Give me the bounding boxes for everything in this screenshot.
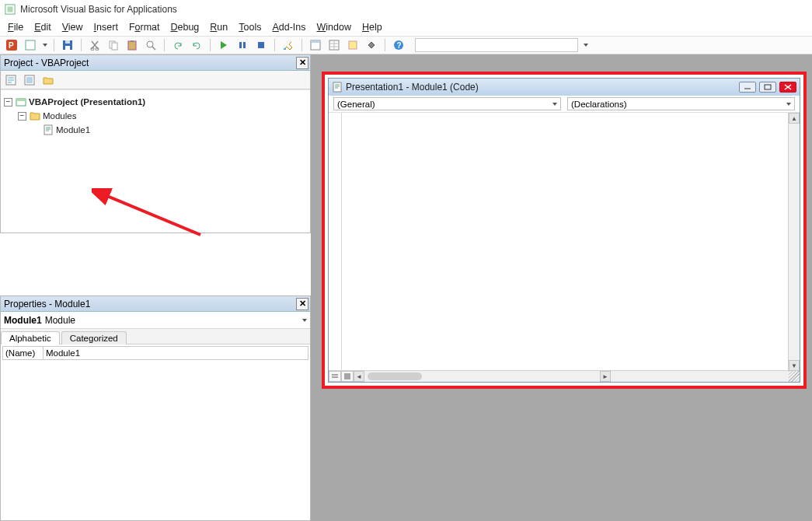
insert-item-icon[interactable] <box>23 38 37 52</box>
menu-insert[interactable]: Insert <box>94 22 118 33</box>
svg-rect-29 <box>16 99 26 101</box>
module-icon <box>43 124 54 135</box>
help-icon[interactable]: ? <box>392 38 406 52</box>
svg-rect-18 <box>284 48 286 50</box>
toolbox-icon[interactable] <box>364 38 378 52</box>
menu-window[interactable]: Window <box>317 22 351 33</box>
reset-icon[interactable] <box>254 38 268 52</box>
tree-item-label: Module1 <box>56 125 90 135</box>
vertical-scrollbar[interactable]: ▲ ▼ <box>789 113 800 371</box>
tree-root-label: VBAProject (Presentation1) <box>29 97 145 107</box>
code-window-title-bar[interactable]: Presentation1 - Module1 (Code) <box>329 79 800 96</box>
maximize-button[interactable] <box>759 82 776 93</box>
svg-rect-16 <box>243 42 246 48</box>
annotation-highlight-box: Presentation1 - Module1 (Code) (General)… <box>322 72 807 389</box>
object-browser-icon[interactable] <box>346 38 360 52</box>
object-dropdown[interactable]: (General) <box>333 97 561 110</box>
menu-help[interactable]: Help <box>362 22 382 33</box>
property-row[interactable]: (Name) Module1 <box>3 347 308 359</box>
tree-root[interactable]: − VBAProject (Presentation1) <box>4 95 307 109</box>
scroll-up-button[interactable]: ▲ <box>789 113 800 124</box>
procedure-view-button[interactable] <box>329 371 341 382</box>
menu-edit[interactable]: Edit <box>34 22 51 33</box>
code-editor[interactable] <box>329 113 789 371</box>
project-tree: − VBAProject (Presentation1) − Modules M… <box>1 89 310 140</box>
code-margin-line <box>341 113 342 371</box>
svg-rect-30 <box>44 125 52 135</box>
menu-debug[interactable]: Debug <box>170 22 199 33</box>
properties-window-icon[interactable] <box>327 38 341 52</box>
dropdown-arrow-icon[interactable] <box>584 44 588 47</box>
expander-minus-icon[interactable]: − <box>4 98 12 107</box>
svg-rect-15 <box>239 42 242 48</box>
svg-text:P: P <box>9 41 14 50</box>
folder-icon <box>30 111 40 121</box>
project-panel-title: Project - VBAProject <box>4 58 89 68</box>
toggle-folders-icon[interactable] <box>41 73 55 87</box>
tree-folder-modules[interactable]: − Modules <box>18 109 307 123</box>
position-field <box>415 38 578 52</box>
app-title-bar: Microsoft Visual Basic for Applications <box>0 0 812 19</box>
menu-format[interactable]: Format <box>129 22 160 33</box>
undo-icon[interactable] <box>171 38 185 52</box>
design-mode-icon[interactable] <box>281 38 295 52</box>
scroll-down-button[interactable]: ▼ <box>789 360 800 371</box>
project-icon <box>16 96 26 107</box>
minimize-button[interactable] <box>739 82 756 93</box>
toolbar-separator <box>210 39 211 51</box>
save-icon[interactable] <box>61 38 75 52</box>
tab-categorized[interactable]: Categorized <box>61 331 127 344</box>
property-value[interactable]: Module1 <box>44 347 308 359</box>
close-button[interactable] <box>779 82 796 93</box>
chevron-down-icon <box>302 319 307 322</box>
svg-rect-13 <box>131 40 134 42</box>
properties-object-selector[interactable]: Module1 Module <box>1 312 310 329</box>
project-panel-close-button[interactable]: ✕ <box>296 57 308 69</box>
redo-icon[interactable] <box>190 38 204 52</box>
property-key: (Name) <box>3 347 44 359</box>
horizontal-scrollbar[interactable]: ◄ ► <box>329 371 800 382</box>
toolbar-separator <box>164 39 165 51</box>
properties-panel-close-button[interactable]: ✕ <box>296 298 308 310</box>
dropdown-arrow-icon[interactable] <box>43 44 47 47</box>
svg-rect-11 <box>112 43 117 50</box>
tree-item-module1[interactable]: Module1 <box>32 123 307 137</box>
svg-rect-22 <box>349 41 357 49</box>
svg-rect-27 <box>26 77 33 83</box>
full-module-view-button[interactable] <box>341 371 354 382</box>
chevron-down-icon <box>786 103 791 106</box>
break-icon[interactable] <box>235 38 249 52</box>
svg-rect-4 <box>26 40 35 50</box>
view-object-icon[interactable] <box>23 73 37 87</box>
view-powerpoint-icon[interactable]: P <box>5 38 19 52</box>
resize-grip[interactable] <box>789 371 800 382</box>
cut-icon[interactable] <box>88 38 102 52</box>
project-explorer-panel: Project - VBAProject ✕ − VBAProject (Pre… <box>0 54 311 233</box>
code-body: ▲ ▼ ◄ ► <box>329 113 800 382</box>
run-icon[interactable] <box>217 38 231 52</box>
module-icon <box>332 82 343 93</box>
svg-rect-1 <box>8 7 13 12</box>
project-explorer-icon[interactable] <box>308 38 322 52</box>
chevron-down-icon <box>552 103 557 106</box>
procedure-dropdown[interactable]: (Declarations) <box>567 97 795 110</box>
expander-minus-icon[interactable]: − <box>18 112 26 121</box>
view-code-icon[interactable] <box>4 73 18 87</box>
scroll-right-button[interactable]: ► <box>600 371 611 382</box>
svg-rect-7 <box>65 40 70 44</box>
scroll-left-button[interactable]: ◄ <box>354 371 364 382</box>
copy-icon[interactable] <box>106 38 120 52</box>
tab-alphabetic[interactable]: Alphabetic <box>1 331 60 344</box>
menu-run[interactable]: Run <box>210 22 228 33</box>
object-dropdown-value: (General) <box>337 100 375 109</box>
find-icon[interactable] <box>144 38 158 52</box>
paste-icon[interactable] <box>125 38 139 52</box>
menu-file[interactable]: File <box>8 22 23 33</box>
scroll-thumb[interactable] <box>368 372 422 380</box>
menubar: File Edit View Insert Format Debug Run T… <box>0 19 812 36</box>
menu-view[interactable]: View <box>62 22 83 33</box>
toolbar-separator <box>274 39 275 51</box>
menu-tools[interactable]: Tools <box>239 22 261 33</box>
menu-addins[interactable]: Add-Ins <box>272 22 305 33</box>
code-dropdown-row: (General) (Declarations) <box>329 96 800 113</box>
